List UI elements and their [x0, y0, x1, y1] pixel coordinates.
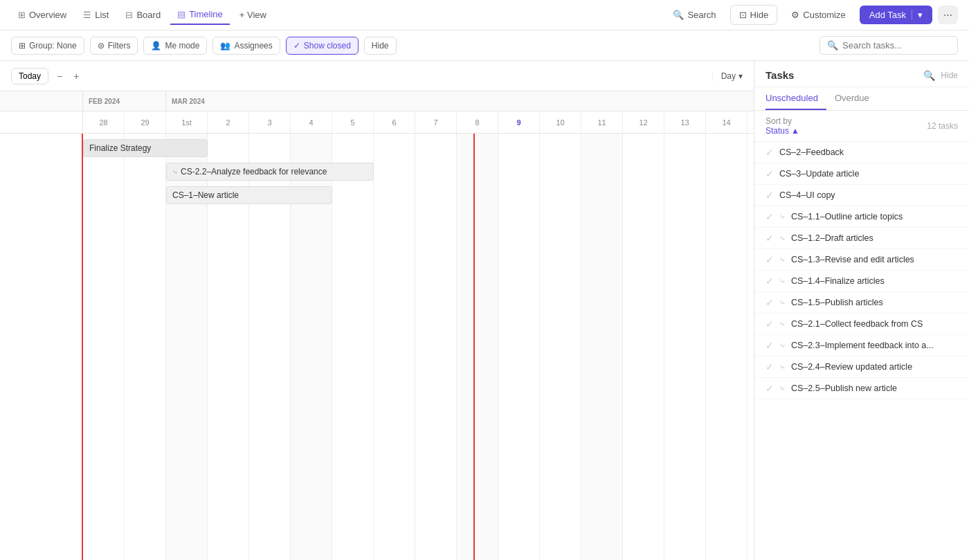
board-icon: ⊟ [125, 10, 133, 20]
task-count: 12 tasks [927, 121, 958, 131]
toolbar: ⊞ Group: None ⊜ Filters 👤 Me mode 👥 Assi… [0, 30, 969, 61]
filters-button[interactable]: ⊜ Filters [90, 37, 138, 55]
expand-button[interactable]: ⋯ [938, 6, 958, 24]
day-28[interactable]: 28 [83, 111, 125, 133]
day-3[interactable]: 3 [249, 111, 291, 133]
task-check-cs14: ✓ [766, 276, 774, 287]
day-view-label: Day [721, 71, 736, 81]
toolbar-hide-button[interactable]: Hide [364, 37, 397, 55]
task-item-cs4[interactable]: ✓ CS–4–UI copy [754, 185, 969, 206]
nav-item-board[interactable]: ⊟ Board [118, 6, 167, 24]
nav-item-overview[interactable]: ⊞ Overview [11, 6, 73, 24]
task-item-cs14[interactable]: ✓ ⤷ CS–1.4–Finalize articles [754, 271, 969, 292]
prev-button[interactable]: − [54, 69, 65, 83]
add-task-button[interactable]: Add Task ▾ [860, 6, 932, 24]
task-item-cs23[interactable]: ✓ ⤷ CS–2.3–Implement feedback into a... [754, 335, 969, 356]
col-11 [581, 134, 623, 560]
task-bar-finalize[interactable]: Finalize Strategy [83, 139, 208, 157]
overview-icon: ⊞ [18, 10, 26, 20]
assignees-icon: 👥 [220, 41, 230, 51]
customize-label: Customize [803, 10, 845, 20]
nav-item-timeline[interactable]: ▤ Timeline [170, 5, 230, 25]
day-2[interactable]: 2 [208, 111, 249, 133]
task-bar-cs1[interactable]: CS–1–New article [166, 186, 332, 204]
task-name-cs12: CS–1.2–Draft articles [791, 233, 873, 243]
cs22-label: CS-2.2–Analyze feedback for relevance [181, 167, 327, 177]
task-item-cs11[interactable]: ✓ ⤷ CS–1.1–Outline article topics [754, 206, 969, 228]
col-14 [706, 134, 748, 560]
day-6[interactable]: 6 [374, 111, 415, 133]
me-mode-icon: 👤 [151, 41, 161, 51]
tab-overdue[interactable]: Overdue [835, 87, 878, 110]
subtask-icon-cs24: ⤷ [779, 363, 786, 372]
timeline-main: Today − + Day ▾ FEB 2024 MAR 2024 28 29 … [0, 61, 754, 560]
tasks-hide-button[interactable]: Hide [941, 71, 958, 80]
task-name-cs14: CS–1.4–Finalize articles [791, 276, 885, 286]
task-search-box[interactable]: 🔍 [819, 36, 958, 55]
task-item-cs24[interactable]: ✓ ⤷ CS–2.4–Review updated article [754, 356, 969, 378]
sort-by-label: Sort by [766, 116, 792, 126]
list-icon: ☰ [83, 10, 91, 20]
task-check-cs25: ✓ [766, 383, 774, 394]
toolbar-hide-label: Hide [372, 41, 389, 51]
show-closed-icon: ✓ [293, 41, 300, 51]
nav-item-view[interactable]: + View [233, 6, 273, 24]
task-name-cs23: CS–2.3–Implement feedback into a... [791, 341, 934, 350]
tab-unscheduled[interactable]: Unscheduled [766, 87, 826, 110]
day-4[interactable]: 4 [291, 111, 332, 133]
feb-header: FEB 2024 [83, 91, 166, 111]
next-button[interactable]: + [71, 69, 82, 83]
day-1[interactable]: 1st [166, 111, 208, 133]
day-5[interactable]: 5 [332, 111, 374, 133]
task-name-cs21: CS–2.1–Collect feedback from CS [791, 319, 923, 329]
subtask-icon-cs25: ⤷ [779, 384, 786, 393]
task-item-cs2[interactable]: ✓ CS–2–Feedback [754, 142, 969, 163]
day-view-selector[interactable]: Day ▾ [712, 71, 743, 81]
task-check-cs23: ✓ [766, 340, 774, 351]
add-task-dropdown-arrow[interactable]: ▾ [912, 10, 923, 20]
task-check-cs4: ✓ [766, 190, 774, 201]
tasks-search-icon[interactable]: 🔍 [923, 70, 935, 81]
hide-button[interactable]: ⊡ Hide [730, 5, 778, 25]
task-bar-cs22[interactable]: ⤷ CS-2.2–Analyze feedback for relevance [166, 163, 374, 181]
task-item-cs12[interactable]: ✓ ⤷ CS–1.2–Draft articles [754, 228, 969, 249]
task-search-input[interactable] [842, 40, 946, 51]
group-button[interactable]: ⊞ Group: None [11, 37, 84, 55]
search-button[interactable]: 🔍 Search [664, 6, 724, 24]
day-7[interactable]: 7 [415, 111, 457, 133]
task-item-cs21[interactable]: ✓ ⤷ CS–2.1–Collect feedback from CS [754, 314, 969, 335]
nav-label-board: Board [136, 10, 161, 20]
task-list: ✓ CS–2–Feedback ✓ CS–3–Update article ✓ … [754, 142, 969, 560]
hide-icon: ⊡ [739, 10, 747, 20]
col-7 [415, 134, 457, 560]
task-item-cs25[interactable]: ✓ ⤷ CS–2.5–Publish new article [754, 378, 969, 399]
me-mode-button[interactable]: 👤 Me mode [143, 37, 207, 55]
day-29[interactable]: 29 [125, 111, 166, 133]
task-item-cs13[interactable]: ✓ ⤷ CS–1.3–Revise and edit articles [754, 249, 969, 271]
task-item-cs15[interactable]: ✓ ⤷ CS–1.5–Publish articles [754, 292, 969, 314]
show-closed-button[interactable]: ✓ Show closed [286, 37, 359, 55]
task-name-cs13: CS–1.3–Revise and edit articles [791, 255, 914, 264]
task-check-cs11: ✓ [766, 211, 774, 222]
task-check-cs15: ✓ [766, 297, 774, 308]
day-13[interactable]: 13 [664, 111, 706, 133]
today-button[interactable]: Today [11, 68, 48, 84]
task-item-cs3[interactable]: ✓ CS–3–Update article [754, 163, 969, 185]
top-nav: ⊞ Overview ☰ List ⊟ Board ▤ Timeline + V… [0, 0, 969, 30]
subtask-icon-cs14: ⤷ [779, 277, 786, 286]
day-8[interactable]: 8 [457, 111, 498, 133]
tasks-tabs: Unscheduled Overdue [754, 87, 969, 111]
customize-button[interactable]: ⚙ Customize [783, 6, 853, 24]
nav-item-list[interactable]: ☰ List [76, 6, 116, 24]
day-10[interactable]: 10 [540, 111, 581, 133]
subtask-icon-cs22: ⤷ [172, 168, 178, 176]
day-12[interactable]: 12 [623, 111, 664, 133]
tasks-header: Tasks 🔍 Hide [754, 61, 969, 87]
day-14[interactable]: 14 [706, 111, 748, 133]
day-15[interactable]: 15 [748, 111, 754, 133]
day-9[interactable]: 9 [498, 111, 540, 133]
sort-field-button[interactable]: Status ▲ [766, 126, 927, 136]
assignees-button[interactable]: 👥 Assignees [212, 37, 280, 55]
day-11[interactable]: 11 [581, 111, 623, 133]
task-name-cs2: CS–2–Feedback [779, 147, 844, 157]
